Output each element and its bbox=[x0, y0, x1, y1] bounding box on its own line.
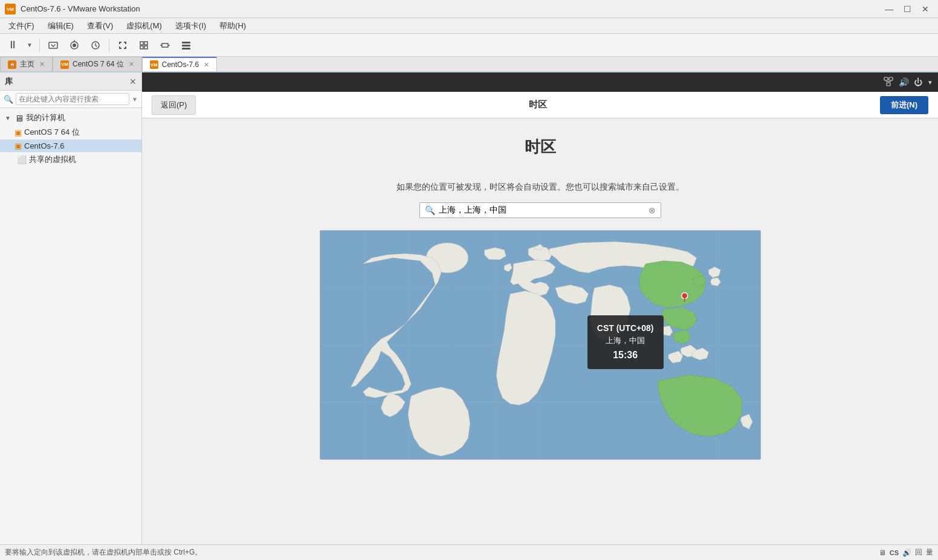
sidebar-tree: ▼ 🖥 我的计算机 ▣ CentOS 7 64 位 ▣ CentOs-7.6 ⬜… bbox=[0, 108, 141, 544]
svg-rect-16 bbox=[887, 83, 890, 86]
tab-centos64[interactable]: VM CentOS 7 64 位 ✕ bbox=[53, 57, 142, 71]
installer-body: 时区 如果您的位置可被发现，时区将会自动设置。您也可以搜索城市来自己设置。 🔍 … bbox=[142, 118, 938, 544]
centos76-label: CentOs-7.6 bbox=[24, 141, 64, 150]
pause-dropdown[interactable]: ▼ bbox=[24, 37, 36, 54]
tab-centos76[interactable]: VM CentOs-7.6 ✕ bbox=[142, 57, 217, 71]
tooltip-city: 上海，中国 bbox=[597, 335, 654, 347]
sidebar-close-button[interactable]: ✕ bbox=[129, 77, 137, 86]
vm-icon-1: ▣ bbox=[15, 128, 22, 137]
timezone-tooltip: CST (UTC+08) 上海，中国 15:36 bbox=[587, 315, 664, 369]
tooltip-timezone: CST (UTC+08) bbox=[597, 321, 654, 335]
power-icon-button[interactable]: ⏻ bbox=[914, 77, 922, 87]
back-button[interactable]: 返回(P) bbox=[152, 95, 196, 115]
svg-rect-13 bbox=[182, 48, 190, 50]
home-tab-label: 主页 bbox=[20, 59, 34, 69]
status-icon-5: 量 bbox=[926, 547, 933, 558]
city-search-input[interactable] bbox=[439, 205, 649, 215]
toolbar-sep-1 bbox=[39, 39, 40, 52]
home-tab-close[interactable]: ✕ bbox=[39, 60, 45, 68]
menu-file[interactable]: 文件(F) bbox=[2, 19, 40, 33]
next-button[interactable]: 前进(N) bbox=[880, 96, 928, 114]
close-button[interactable]: ✕ bbox=[917, 3, 933, 15]
svg-rect-9 bbox=[144, 46, 147, 49]
home-tab-icon: 🏠 bbox=[8, 60, 16, 69]
menu-help[interactable]: 帮助(H) bbox=[213, 19, 252, 33]
window-controls: — ☐ ✕ bbox=[881, 3, 933, 15]
sidebar-search-dropdown-icon[interactable]: ▼ bbox=[132, 96, 138, 103]
sidebar-item-mycomputer[interactable]: ▼ 🖥 我的计算机 bbox=[0, 111, 141, 125]
search-icon: 🔍 bbox=[4, 95, 13, 104]
menu-tabs[interactable]: 选项卡(I) bbox=[169, 19, 212, 33]
status-message: 要将输入定向到该虚拟机，请在虚拟机内部单击或按 Ctrl+G。 bbox=[5, 547, 202, 558]
snapshot-manager-button[interactable] bbox=[86, 37, 105, 54]
network-icon-button[interactable] bbox=[883, 76, 894, 89]
svg-rect-8 bbox=[140, 46, 143, 49]
full-screen-button[interactable] bbox=[113, 37, 132, 54]
centos76-tab-label: CentOs-7.6 bbox=[162, 60, 199, 69]
sidebar-search-input[interactable] bbox=[16, 93, 129, 105]
menu-edit[interactable]: 编辑(E) bbox=[42, 19, 80, 33]
send-ctrl-alt-del-button[interactable] bbox=[44, 37, 63, 54]
svg-text:VM: VM bbox=[7, 7, 14, 12]
svg-point-4 bbox=[73, 43, 76, 47]
centos64-tab-icon: VM bbox=[60, 60, 69, 69]
installer-description: 如果您的位置可被发现，时区将会自动设置。您也可以搜索城市来自己设置。 bbox=[396, 182, 684, 193]
centos76-tab-icon: VM bbox=[150, 60, 158, 69]
sound-icon-button[interactable]: 🔊 bbox=[899, 77, 909, 87]
toolbar-sep-2 bbox=[109, 39, 109, 52]
svg-rect-2 bbox=[49, 42, 57, 48]
installer-header-title: 时区 bbox=[529, 99, 547, 111]
search-icon: 🔍 bbox=[425, 205, 435, 215]
tooltip-time: 15:36 bbox=[597, 347, 654, 363]
status-bar: 要将输入定向到该虚拟机，请在虚拟机内部单击或按 Ctrl+G。 🖥 CS 🔊 回… bbox=[0, 544, 938, 560]
menu-bar: 文件(F) 编辑(E) 查看(V) 虚拟机(M) 选项卡(I) 帮助(H) bbox=[0, 18, 938, 34]
status-icon-2: CS bbox=[890, 549, 899, 556]
window-title: CentOs-7.6 - VMware Workstation bbox=[21, 4, 140, 13]
svg-rect-7 bbox=[144, 42, 147, 45]
installer-panel: 返回(P) 时区 前进(N) 时区 如果您的位置可被发现，时区将会自动设置。您也… bbox=[142, 92, 938, 544]
pause-button[interactable]: ⏸ bbox=[4, 37, 22, 54]
maximize-button[interactable]: ☐ bbox=[899, 3, 915, 15]
app-icon: VM bbox=[5, 4, 16, 14]
world-map[interactable]: CST (UTC+08) 上海，中国 15:36 bbox=[320, 230, 761, 460]
sidebar-item-centos76[interactable]: ▣ CentOs-7.6 bbox=[0, 140, 141, 152]
tab-home[interactable]: 🏠 主页 ✕ bbox=[0, 57, 53, 71]
sidebar-item-shared[interactable]: ⬜ 共享的虚拟机 bbox=[0, 152, 141, 167]
expand-icon: ▼ bbox=[5, 115, 12, 121]
centos76-tab-close[interactable]: ✕ bbox=[204, 61, 209, 69]
computer-icon: 🖥 bbox=[15, 113, 24, 123]
settings-button[interactable] bbox=[176, 37, 196, 54]
centos64-tab-close[interactable]: ✕ bbox=[129, 60, 134, 68]
title-bar: VM CentOs-7.6 - VMware Workstation — ☐ ✕ bbox=[0, 0, 938, 18]
content-area: 🔊 ⏻ ▼ 返回(P) 时区 前进(N) 时区 如果您的位置可被发现，时区将会自… bbox=[142, 72, 938, 544]
city-search-box[interactable]: 🔍 ⊗ bbox=[419, 202, 661, 218]
main-layout: 库 ✕ 🔍 ▼ ▼ 🖥 我的计算机 ▣ CentOS 7 64 位 ▣ Cent… bbox=[0, 72, 938, 544]
centos64-label: CentOS 7 64 位 bbox=[24, 127, 80, 138]
svg-rect-12 bbox=[182, 45, 190, 47]
centos64-tab-label: CentOS 7 64 位 bbox=[73, 59, 124, 69]
page-title: 时区 bbox=[525, 137, 556, 158]
status-right-icons: 🖥 CS 🔊 回 量 bbox=[879, 547, 933, 558]
title-bar-left: VM CentOs-7.6 - VMware Workstation bbox=[5, 4, 140, 14]
map-svg bbox=[320, 231, 760, 459]
power-dropdown-button[interactable]: ▼ bbox=[927, 79, 933, 86]
menu-vm[interactable]: 虚拟机(M) bbox=[120, 19, 168, 33]
snapshot-button[interactable] bbox=[65, 37, 84, 54]
status-icon-1: 🖥 bbox=[879, 549, 886, 557]
svg-rect-14 bbox=[884, 77, 888, 80]
unity-button[interactable] bbox=[134, 37, 154, 54]
main-toolbar: ⏸ ▼ bbox=[0, 34, 938, 57]
sidebar-item-centos64[interactable]: ▣ CentOS 7 64 位 bbox=[0, 125, 141, 140]
menu-view[interactable]: 查看(V) bbox=[81, 19, 119, 33]
my-computer-label: 我的计算机 bbox=[26, 112, 65, 123]
search-clear-icon[interactable]: ⊗ bbox=[649, 205, 656, 215]
svg-rect-10 bbox=[162, 43, 168, 47]
shared-vms-label: 共享的虚拟机 bbox=[29, 154, 76, 165]
installer-header: 返回(P) 时区 前进(N) bbox=[142, 92, 938, 118]
shared-icon: ⬜ bbox=[17, 155, 27, 164]
sidebar-search-bar: 🔍 ▼ bbox=[0, 91, 141, 108]
stretch-button[interactable] bbox=[155, 37, 175, 54]
svg-rect-15 bbox=[889, 77, 893, 80]
minimize-button[interactable]: — bbox=[881, 3, 897, 15]
svg-rect-6 bbox=[140, 42, 143, 45]
